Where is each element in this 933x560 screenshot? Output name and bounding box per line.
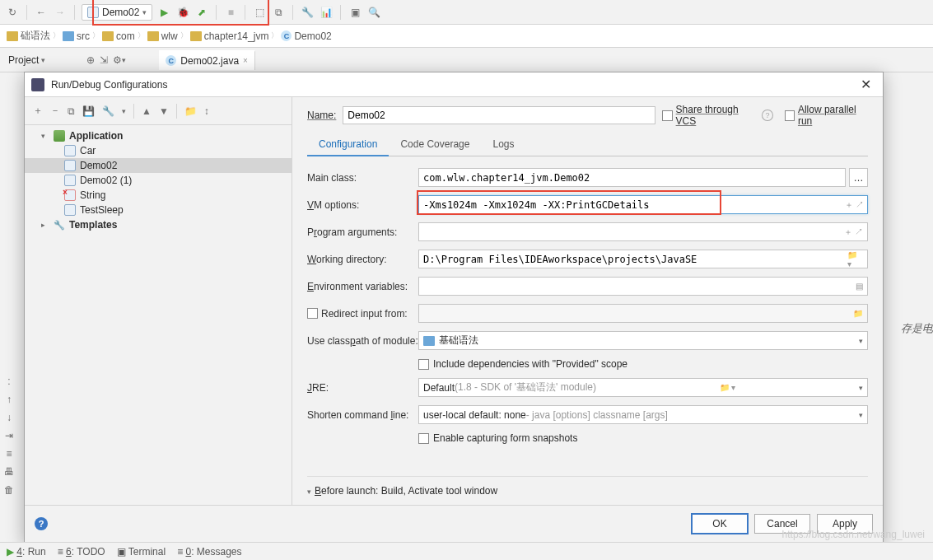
tree-item[interactable]: Demo02 (1)	[25, 173, 292, 188]
tool-icon[interactable]: 🗑	[4, 484, 14, 496]
tree-item[interactable]: TestSleep	[25, 203, 292, 217]
left-toolbar: : ↑ ↓ ⇥ ≡ 🖶 🗑	[0, 371, 18, 501]
breadcrumb[interactable]: com	[102, 30, 135, 42]
config-tree-pane: ＋ － ⧉ 💾 🔧▾ ▲ ▼ 📁 ↕ ▾ Application Car Dem…	[25, 97, 292, 505]
side-annotation: 存是电	[901, 321, 933, 336]
redirect-input-checkbox[interactable]: Redirect input from:	[307, 308, 418, 320]
breadcrumb[interactable]: 础语法	[7, 29, 50, 43]
run-config-label: Demo02	[102, 7, 139, 18]
jre-combo[interactable]: Default (1.8 - SDK of '基础语法' module)📁 ▾	[418, 378, 868, 397]
env-vars-field[interactable]: ▤	[418, 277, 868, 296]
save-icon[interactable]: 💾	[82, 105, 95, 117]
status-run[interactable]: ▶ 4: Run	[7, 546, 46, 558]
include-deps-checkbox[interactable]: Include dependencies with "Provided" sco…	[418, 358, 868, 370]
remove-icon[interactable]: －	[50, 104, 60, 118]
copy-icon[interactable]: ⧉	[68, 105, 75, 117]
working-dir-field[interactable]: 📁 ▾	[418, 250, 868, 268]
watermark: https://blog.csdn.net/wang_luwei	[782, 529, 925, 540]
folder-icon[interactable]: 📁	[184, 105, 197, 117]
profile-icon[interactable]: ⬚	[252, 5, 267, 20]
shorten-cmd-label: Shorten command line:	[307, 409, 418, 421]
file-tab[interactable]: C Demo02.java ×	[159, 50, 255, 70]
program-args-label: Program arguments:	[307, 226, 418, 238]
wrench-icon[interactable]: 🔧	[300, 5, 315, 20]
tab-code-coverage[interactable]: Code Coverage	[389, 133, 481, 156]
tab-logs[interactable]: Logs	[481, 133, 525, 156]
vm-options-field[interactable]: ＋ ↗	[418, 195, 868, 214]
shorten-cmd-combo[interactable]: user-local default: none - java [options…	[418, 405, 868, 424]
tree-toolbar: ＋ － ⧉ 💾 🔧▾ ▲ ▼ 📁 ↕	[25, 97, 292, 125]
back-icon[interactable]: ←	[34, 5, 49, 20]
tool-icon[interactable]: ⇥	[5, 430, 13, 441]
sync-icon[interactable]: ↻	[5, 5, 20, 20]
env-vars-label: Environment variables:	[307, 281, 418, 292]
attach-icon[interactable]: ⧉	[271, 5, 286, 20]
add-icon[interactable]: ＋	[33, 104, 43, 118]
jre-label: JRE:	[307, 382, 418, 394]
main-toolbar: ↻ ← → Demo02 ▾ ▶ 🐞 ⬈ ■ ⬚ ⧉ 🔧 📊 ▣ 🔍	[0, 0, 933, 25]
ant-icon[interactable]: ▣	[348, 5, 362, 20]
help-icon[interactable]: ?	[35, 517, 48, 530]
list-icon[interactable]: ▤	[856, 282, 863, 291]
close-icon[interactable]: ✕	[856, 77, 876, 92]
tool-icon[interactable]: 🖶	[4, 466, 14, 478]
tool-icon[interactable]: ↓	[7, 412, 12, 423]
gear-icon[interactable]: ⚙	[113, 54, 122, 66]
share-vcs-checkbox[interactable]: Share through VCS	[662, 104, 755, 127]
move-down-icon[interactable]: ▼	[159, 105, 169, 117]
browse-icon: 📁	[853, 309, 863, 318]
sort-icon[interactable]: ↕	[204, 105, 209, 117]
dialog-titlebar: Run/Debug Configurations ✕	[25, 72, 883, 97]
before-launch-section[interactable]: ▾Before launch: Build, Activate tool win…	[307, 476, 868, 505]
status-messages[interactable]: ≡ 0: Messages	[177, 546, 241, 558]
status-terminal[interactable]: ▣ Terminal	[117, 546, 166, 558]
name-label: Name:	[307, 110, 336, 121]
status-bar: ▶ 4: Run ≡ 6: TODO ▣ Terminal ≡ 0: Messa…	[0, 542, 933, 560]
close-tab-icon[interactable]: ×	[243, 56, 248, 65]
redirect-input-field: 📁	[418, 304, 868, 323]
config-tree: ▾ Application Car Demo02 Demo02 (1) Stri…	[25, 125, 292, 505]
dialog-title: Run/Debug Configurations	[51, 79, 167, 91]
classpath-label: Use classpath of module:	[307, 335, 418, 347]
classpath-combo[interactable]: 基础语法	[418, 331, 868, 350]
tree-item[interactable]: Car	[25, 143, 292, 158]
expand-icon[interactable]: ⇲	[100, 54, 108, 66]
breadcrumb[interactable]: src	[63, 30, 90, 42]
app-icon	[31, 78, 44, 91]
coverage-icon[interactable]: ⬈	[194, 5, 209, 20]
program-args-field[interactable]: ＋ ↗	[418, 222, 868, 241]
structure-icon[interactable]: 📊	[319, 5, 334, 20]
tree-item[interactable]: Demo02	[25, 158, 292, 173]
expand-icon[interactable]: ＋ ↗	[845, 199, 864, 211]
collapse-icon[interactable]: ⊕	[86, 54, 95, 66]
tree-group-templates[interactable]: ▸ Templates	[25, 217, 292, 232]
wrench-icon[interactable]: 🔧	[102, 105, 114, 117]
breadcrumb[interactable]: CDemo02	[281, 30, 331, 42]
move-up-icon[interactable]: ▲	[142, 105, 152, 117]
enable-snapshots-checkbox[interactable]: Enable capturing form snapshots	[418, 432, 868, 444]
tab-configuration[interactable]: Configuration	[307, 133, 389, 156]
tree-item[interactable]: String	[25, 188, 292, 203]
tool-icon[interactable]: ≡	[6, 448, 12, 460]
run-icon[interactable]: ▶	[156, 5, 171, 20]
search-icon[interactable]: 🔍	[366, 5, 381, 20]
main-class-field[interactable]	[418, 168, 846, 187]
name-input[interactable]	[343, 106, 655, 124]
ok-button[interactable]: OK	[692, 514, 748, 534]
help-icon[interactable]: ?	[762, 110, 772, 121]
run-config-selector[interactable]: Demo02 ▾	[82, 4, 152, 21]
tree-group-application[interactable]: ▾ Application	[25, 128, 292, 143]
debug-icon[interactable]: 🐞	[175, 5, 190, 20]
breadcrumb[interactable]: wlw	[147, 30, 178, 42]
browse-button[interactable]: …	[849, 168, 868, 187]
status-todo[interactable]: ≡ 6: TODO	[58, 546, 105, 558]
expand-icon[interactable]: ＋ ↗	[844, 226, 863, 238]
tool-icon[interactable]: :	[7, 376, 10, 387]
forward-icon[interactable]: →	[53, 5, 68, 20]
tool-icon[interactable]: ↑	[7, 394, 12, 405]
breadcrumb[interactable]: chapter14_jvm	[190, 30, 269, 42]
project-tool-button[interactable]: Project▾	[0, 54, 54, 66]
form-tabs: Configuration Code Coverage Logs	[307, 133, 868, 156]
browse-icon[interactable]: 📁 ▾	[847, 250, 863, 268]
allow-parallel-checkbox[interactable]: Allow parallel run	[785, 104, 868, 127]
